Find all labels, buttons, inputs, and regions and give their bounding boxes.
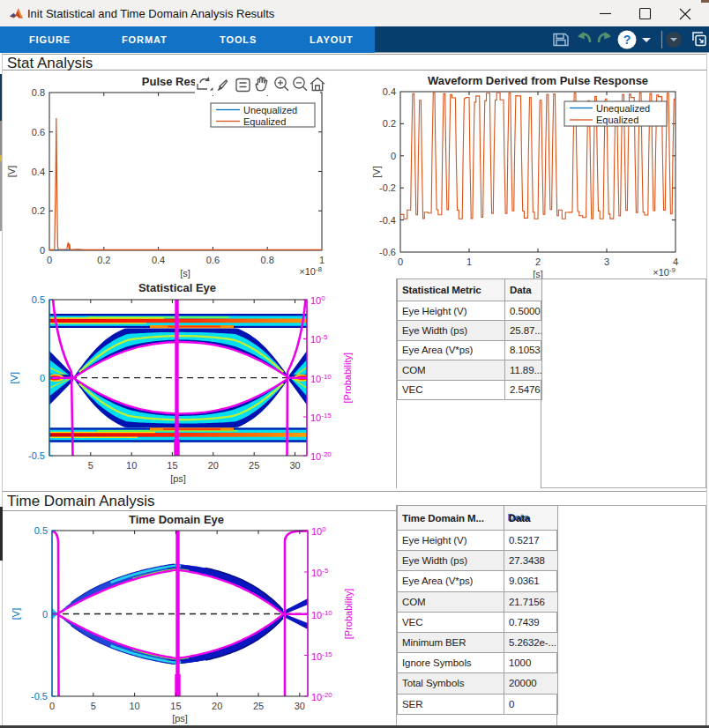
svg-text:10-15: 10-15 bbox=[311, 650, 332, 662]
svg-text:[Probability]: [Probability] bbox=[343, 589, 354, 639]
svg-text:2: 2 bbox=[535, 256, 541, 267]
svg-text:20: 20 bbox=[212, 701, 222, 711]
svg-text:20: 20 bbox=[208, 460, 219, 471]
svg-text:0.6: 0.6 bbox=[206, 255, 220, 265]
svg-text:[ps]: [ps] bbox=[172, 713, 188, 724]
svg-text:0: 0 bbox=[398, 256, 403, 267]
svg-text:0.5: 0.5 bbox=[34, 525, 48, 536]
svg-text:5: 5 bbox=[88, 460, 93, 471]
svg-text:-0.5: -0.5 bbox=[28, 450, 45, 461]
svg-text:25: 25 bbox=[249, 460, 259, 471]
svg-text:0.4: 0.4 bbox=[383, 86, 396, 97]
svg-text:0.5: 0.5 bbox=[32, 294, 45, 305]
svg-text:0: 0 bbox=[49, 701, 55, 711]
svg-text:Waveform Derived from Pulse Re: Waveform Derived from Pulse Response bbox=[428, 74, 648, 87]
svg-text:×10-8: ×10-8 bbox=[299, 265, 322, 277]
svg-text:?: ? bbox=[623, 33, 631, 47]
svg-text:Equalized: Equalized bbox=[243, 116, 286, 127]
svg-text:[V]: [V] bbox=[9, 372, 19, 383]
svg-text:10-20: 10-20 bbox=[311, 691, 332, 702]
svg-text:10: 10 bbox=[129, 701, 139, 711]
svg-text:1: 1 bbox=[466, 256, 472, 267]
svg-text:Unequalized: Unequalized bbox=[596, 103, 650, 114]
svg-text:[V]: [V] bbox=[11, 608, 21, 620]
svg-text:×10-9: ×10-9 bbox=[653, 266, 675, 278]
svg-text:5: 5 bbox=[91, 701, 96, 711]
svg-text:15: 15 bbox=[170, 701, 181, 711]
svg-text:25: 25 bbox=[253, 701, 264, 711]
svg-text:-0.2: -0.2 bbox=[379, 182, 396, 193]
svg-text:100: 100 bbox=[311, 525, 326, 537]
svg-text:10-15: 10-15 bbox=[310, 412, 332, 423]
svg-text:30: 30 bbox=[289, 460, 300, 471]
svg-text:0.2: 0.2 bbox=[97, 255, 110, 265]
svg-text:[V]: [V] bbox=[371, 166, 382, 177]
svg-text:0: 0 bbox=[391, 151, 396, 161]
svg-text:[Probability]: [Probability] bbox=[342, 353, 353, 403]
svg-text:0.4: 0.4 bbox=[32, 167, 45, 177]
svg-text:3: 3 bbox=[604, 256, 609, 267]
svg-text:100: 100 bbox=[310, 294, 325, 306]
svg-text:10-5: 10-5 bbox=[310, 333, 328, 345]
svg-text:Time Domain Eye: Time Domain Eye bbox=[129, 513, 224, 526]
svg-text:0.2: 0.2 bbox=[32, 205, 45, 216]
svg-text:1: 1 bbox=[319, 255, 325, 265]
svg-text:[s]: [s] bbox=[180, 268, 190, 279]
svg-text:15: 15 bbox=[167, 460, 177, 471]
svg-text:[ps]: [ps] bbox=[170, 473, 186, 484]
svg-text:0: 0 bbox=[40, 373, 45, 383]
svg-text:10-10: 10-10 bbox=[310, 373, 332, 384]
svg-text:0: 0 bbox=[42, 609, 48, 620]
svg-text:Equalized: Equalized bbox=[596, 115, 638, 125]
svg-text:0.2: 0.2 bbox=[383, 118, 396, 129]
svg-text:10-20: 10-20 bbox=[310, 450, 332, 462]
svg-text:-0.6: -0.6 bbox=[379, 247, 396, 257]
svg-text:[V]: [V] bbox=[6, 166, 17, 177]
svg-text:0.6: 0.6 bbox=[32, 127, 45, 137]
svg-text:30: 30 bbox=[295, 701, 305, 711]
svg-text:Unequalized: Unequalized bbox=[243, 105, 297, 115]
svg-text:0: 0 bbox=[47, 255, 52, 265]
svg-text:0.4: 0.4 bbox=[152, 255, 165, 265]
svg-text:0.8: 0.8 bbox=[261, 255, 274, 265]
svg-text:0.8: 0.8 bbox=[32, 87, 45, 98]
svg-text:0: 0 bbox=[40, 245, 45, 256]
svg-text:10-5: 10-5 bbox=[311, 567, 329, 578]
svg-text:-0.5: -0.5 bbox=[31, 691, 48, 702]
svg-text:10-10: 10-10 bbox=[311, 609, 332, 620]
svg-text:Statistical Eye: Statistical Eye bbox=[138, 282, 216, 294]
svg-text:10: 10 bbox=[126, 460, 137, 471]
svg-text:-0.4: -0.4 bbox=[379, 215, 396, 226]
